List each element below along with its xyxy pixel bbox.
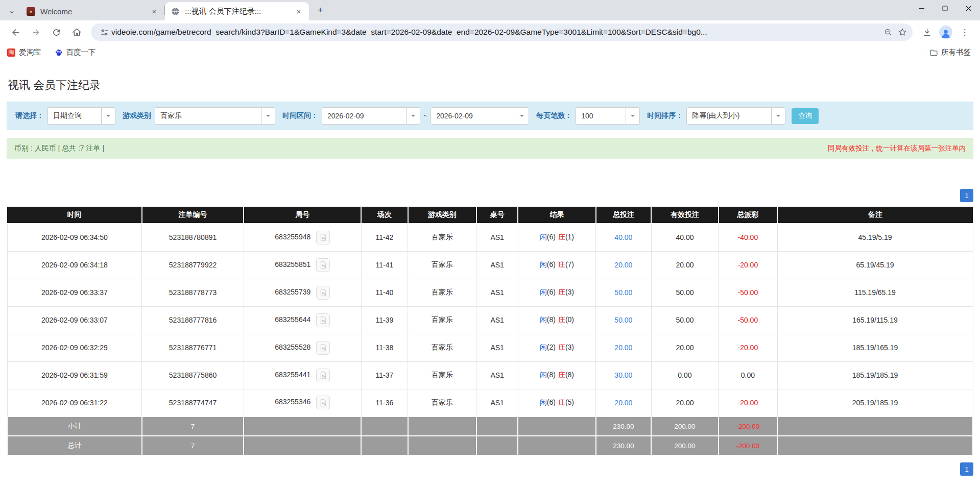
cell-result: 闲(2)庄(3) — [518, 334, 595, 361]
home-icon[interactable] — [68, 23, 85, 41]
maximize-button[interactable] — [933, 0, 957, 16]
folder-icon — [929, 48, 938, 57]
cell-payout: -20.00 — [719, 334, 777, 361]
tab-close-icon[interactable]: × — [149, 6, 159, 16]
profile-avatar[interactable] — [939, 26, 952, 39]
banker-result: 庄 — [558, 233, 565, 241]
cell-round: 683255441 — [244, 361, 361, 389]
cell-time: 2026-02-09 06:34:18 — [7, 251, 142, 279]
address-bar[interactable]: videoie.com/game/betrecord_search/kind3?… — [91, 23, 913, 41]
video-replay-icon[interactable] — [316, 341, 330, 355]
subtotal-label: 小计 — [7, 416, 142, 436]
minimize-button[interactable] — [910, 0, 933, 16]
chevron-down-icon: ⌄ — [8, 6, 15, 15]
video-replay-icon[interactable] — [316, 258, 330, 272]
col-payout: 总派彩 — [719, 207, 777, 224]
page-1-button[interactable]: 1 — [960, 462, 973, 476]
cell-table: AS1 — [476, 389, 518, 416]
subtotal-total-bet: 230.00 — [596, 416, 652, 436]
tab-close-icon[interactable]: × — [294, 6, 304, 16]
cell-round: 683255739 — [244, 279, 361, 306]
cell-result: 闲(6)庄(1) — [518, 224, 595, 251]
welcome-favicon-icon: ♠ — [27, 7, 35, 16]
cell-round: 683255851 — [244, 251, 361, 279]
per-page-select[interactable]: 100 — [576, 107, 640, 125]
cell-payout: -50.00 — [719, 279, 777, 306]
cell-valid-bet: 20.00 — [651, 389, 718, 416]
cell-total-bet: 30.00 — [596, 361, 652, 389]
cell-bet-id: 523188780891 — [142, 224, 244, 251]
player-result: 闲 — [540, 343, 547, 351]
url-text[interactable]: videoie.com/game/betrecord_search/kind3?… — [111, 28, 881, 37]
cell-session: 11-40 — [361, 279, 408, 306]
browser-menu-icon[interactable]: ⋮ — [956, 23, 973, 41]
forward-icon[interactable] — [27, 23, 44, 41]
all-bookmarks-label: 所有书签 — [941, 47, 971, 57]
table-row: 2026-02-09 06:34:18 523188779922 6832558… — [7, 251, 973, 279]
round-number: 683255441 — [275, 371, 310, 379]
banker-result: 庄 — [558, 371, 565, 379]
currency-summary-text: 币别 : 人民币 | 总共 :7 注单 | — [14, 144, 104, 153]
cell-round: 683255528 — [244, 334, 361, 361]
video-replay-icon[interactable] — [316, 396, 330, 409]
chevron-down-icon — [101, 108, 115, 124]
player-result: 闲 — [540, 260, 547, 268]
table-row: 2026-02-09 06:34:50 523188780891 6832559… — [7, 224, 973, 251]
total-total-bet: 230.00 — [596, 436, 652, 455]
downloads-icon[interactable] — [918, 23, 936, 41]
player-result: 闲 — [540, 315, 547, 324]
video-replay-icon[interactable] — [316, 231, 330, 244]
date-end-select[interactable]: 2026-02-09 — [431, 107, 529, 125]
banker-result: 庄 — [558, 343, 565, 351]
cell-payout: -40.00 — [719, 224, 777, 251]
pagination-top: 1 — [7, 189, 973, 202]
tab-search-button[interactable]: ⌄ — [3, 2, 20, 19]
video-replay-icon[interactable] — [316, 286, 330, 300]
cell-total-bet: 40.00 — [596, 224, 652, 251]
cell-remark: 165.19/115.19 — [777, 306, 973, 334]
cell-remark: 185.19/185.19 — [777, 361, 973, 389]
cell-total-bet: 20.00 — [596, 389, 652, 416]
subtotal-payout: -200.00 — [719, 416, 777, 436]
cell-round: 683255948 — [244, 224, 361, 251]
cell-remark: 115.19/65.19 — [777, 279, 973, 306]
back-icon[interactable] — [7, 23, 24, 41]
zoom-icon[interactable] — [881, 25, 895, 39]
total-count: 7 — [142, 436, 244, 455]
cell-time: 2026-02-09 06:31:59 — [7, 361, 142, 389]
cell-total-bet: 50.00 — [596, 279, 652, 306]
site-info-icon[interactable] — [97, 25, 111, 39]
all-bookmarks-button[interactable]: 所有书签 — [929, 47, 971, 57]
page-1-button[interactable]: 1 — [960, 189, 973, 202]
new-tab-button[interactable]: + — [313, 3, 327, 17]
cell-game-kind: 百家乐 — [408, 389, 476, 416]
tab-welcome[interactable]: ♠ Welcome × — [20, 2, 164, 20]
close-button[interactable] — [957, 0, 980, 16]
sort-select[interactable]: 降幂(由大到小) — [686, 107, 785, 125]
cell-result: 闲(6)庄(3) — [518, 279, 595, 306]
bookmark-label: 爱淘宝 — [19, 47, 41, 57]
cell-table: AS1 — [476, 251, 518, 279]
video-replay-icon[interactable] — [316, 313, 330, 327]
round-number: 683255346 — [275, 398, 310, 406]
bookmark-aitaobao[interactable]: 淘 爱淘宝 — [7, 47, 41, 57]
game-kind-select[interactable]: 百家乐 — [155, 107, 275, 125]
cell-game-kind: 百家乐 — [408, 306, 476, 334]
video-replay-icon[interactable] — [316, 369, 330, 382]
banker-result: 庄 — [558, 260, 565, 268]
round-number: 683255739 — [275, 288, 310, 296]
bookmark-star-icon[interactable] — [895, 25, 910, 39]
bookmark-baidu[interactable]: 百度一下 — [55, 47, 96, 57]
cell-time: 2026-02-09 06:34:50 — [7, 224, 142, 251]
round-number: 683255948 — [275, 233, 310, 241]
reload-icon[interactable] — [47, 23, 65, 41]
cell-valid-bet: 20.00 — [651, 334, 718, 361]
date-start-select[interactable]: 2026-02-09 — [322, 107, 420, 125]
cell-bet-id: 523188775860 — [142, 361, 244, 389]
chevron-down-icon — [261, 108, 275, 124]
search-button[interactable]: 查询 — [792, 108, 819, 124]
player-result: 闲 — [540, 371, 547, 379]
col-total-bet: 总投注 — [596, 207, 652, 224]
tab-betrecord[interactable]: :::视讯 会员下注纪录::: × — [165, 2, 309, 20]
query-type-select[interactable]: 日期查询 — [47, 107, 115, 125]
